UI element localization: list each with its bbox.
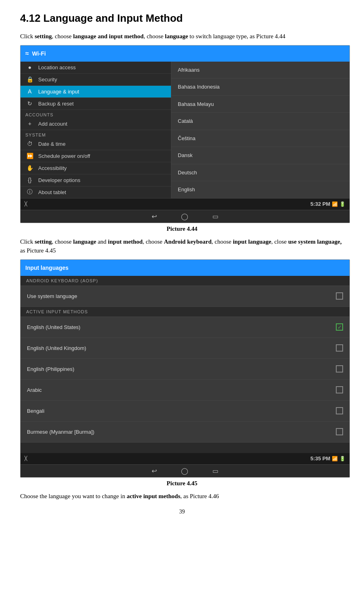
- accounts-section-label: ACCOUNTS: [21, 110, 171, 118]
- lang-dansk[interactable]: Dansk: [171, 147, 350, 164]
- recents-button-45[interactable]: ▭: [212, 467, 218, 475]
- nav-bar-44: ↩ ◯ ▭: [21, 210, 350, 223]
- picture-44-label: Picture 4.44: [20, 226, 344, 232]
- wifi-bar: ≈ Wi-Fi: [21, 46, 350, 62]
- language-list: Afrikaans Bahasa Indonesia Bahasa Melayu…: [171, 62, 350, 199]
- list-item-english-us[interactable]: English (United States) ✓: [21, 317, 350, 338]
- sidebar-item-label-schedule: Schedule power on/off: [38, 153, 90, 159]
- screenshot-45-body: ANDROID KEYBOARD (AOSP) Use system langu…: [21, 276, 350, 453]
- battery-icon: 🔋: [339, 201, 345, 207]
- english-ph-checkbox[interactable]: [336, 365, 343, 373]
- sidebar-item-label-date: Date & time: [38, 141, 66, 147]
- input-lang-header-label: Input languages: [25, 265, 68, 271]
- lang-cestina[interactable]: Čeština: [171, 130, 350, 147]
- burmese-checkbox[interactable]: [336, 428, 343, 435]
- lang-deutsch[interactable]: Deutsch: [171, 164, 350, 182]
- android-keyboard-label: ANDROID KEYBOARD (AOSP): [21, 276, 350, 286]
- english-ph-label: English (Philippines): [27, 366, 74, 372]
- wifi-label: Wi-Fi: [32, 50, 46, 57]
- lang-english[interactable]: English: [171, 181, 350, 199]
- schedule-icon: ⏩: [25, 151, 34, 160]
- backup-icon: ↻: [25, 99, 34, 108]
- system-section-label: SYSTEM: [21, 130, 171, 138]
- list-item-bengali[interactable]: Bengali: [21, 401, 350, 422]
- page-heading: 4.12 Language and Input Method: [20, 12, 344, 25]
- sidebar-item-backup[interactable]: ↻ Backup & reset: [21, 98, 171, 110]
- wifi-icon: ≈: [25, 50, 29, 57]
- burmese-label: Burmese (Myanmar [Burma]): [27, 429, 95, 435]
- sidebar-item-about[interactable]: ⓘ About tablet: [21, 186, 171, 199]
- english-uk-checkbox[interactable]: [336, 344, 343, 352]
- wifi-signal-icon-45: 📶: [332, 456, 338, 462]
- sidebar: ● Location access 🔒 Security A Language …: [21, 62, 171, 199]
- page-number: 39: [20, 509, 344, 515]
- bengali-checkbox[interactable]: [336, 407, 343, 414]
- recents-button-44[interactable]: ▭: [212, 213, 218, 220]
- lang-bahasa-melayu[interactable]: Bahasa Melayu: [171, 96, 350, 113]
- lang-afrikaans[interactable]: Afrikaans: [171, 62, 350, 79]
- sidebar-item-label-security: Security: [38, 77, 57, 83]
- use-system-language-item[interactable]: Use system language: [21, 286, 350, 307]
- screenshot-45: Input languages ANDROID KEYBOARD (AOSP) …: [20, 259, 350, 478]
- battery-icon-45: 🔋: [339, 456, 345, 462]
- english-uk-label: English (United Kingdom): [27, 345, 86, 351]
- english-us-label: English (United States): [27, 324, 80, 330]
- sidebar-item-label-backup: Backup & reset: [38, 101, 74, 107]
- usb-icon-45: ╳: [25, 456, 27, 461]
- input-lang-header: Input languages: [21, 260, 350, 276]
- status-time-45: 5:35 PM: [311, 455, 330, 462]
- sidebar-item-label-language: Language & input: [38, 89, 79, 95]
- accessibility-icon: ✋: [25, 164, 34, 172]
- status-time-44: 5:32 PM: [311, 201, 330, 207]
- use-system-language-checkbox[interactable]: [336, 292, 343, 300]
- sidebar-item-location[interactable]: ● Location access: [21, 62, 171, 74]
- sidebar-item-label-add-account: Add account: [38, 121, 67, 127]
- sidebar-item-label-accessibility: Accessibility: [38, 165, 67, 171]
- sidebar-item-security[interactable]: 🔒 Security: [21, 74, 171, 86]
- sidebar-item-label-location: Location access: [38, 64, 76, 70]
- english-us-checkbox[interactable]: ✓: [336, 323, 343, 331]
- sidebar-item-developer[interactable]: {} Developer options: [21, 174, 171, 186]
- screenshot-44-body: ● Location access 🔒 Security A Language …: [21, 62, 350, 199]
- usb-icon: ╳: [25, 201, 27, 207]
- back-button-44[interactable]: ↩: [152, 213, 157, 220]
- about-icon: ⓘ: [25, 188, 34, 197]
- date-icon: ⏱: [25, 139, 34, 148]
- bengali-label: Bengali: [27, 408, 44, 414]
- sidebar-item-add-account[interactable]: + Add account: [21, 118, 171, 130]
- status-right-45: 5:35 PM 📶 🔋: [311, 455, 345, 462]
- active-input-label: ACTIVE INPUT METHODS: [21, 307, 350, 317]
- nav-bar-45: ↩ ◯ ▭: [21, 464, 350, 477]
- list-item-arabic[interactable]: Arabic: [21, 380, 350, 401]
- wifi-signal-icon: 📶: [332, 201, 338, 207]
- picture-45-label: Picture 4.45: [20, 480, 344, 487]
- lang-catala[interactable]: Català: [171, 113, 350, 130]
- home-button-44[interactable]: ◯: [181, 213, 188, 220]
- list-item-english-ph[interactable]: English (Philippines): [21, 359, 350, 380]
- list-item-english-uk[interactable]: English (United Kingdom): [21, 338, 350, 359]
- sidebar-item-date[interactable]: ⏱ Date & time: [21, 138, 171, 150]
- screenshot-44: ≈ Wi-Fi ● Location access 🔒 Security A L…: [20, 45, 350, 223]
- paragraph-2: Click setting, choose language and input…: [20, 237, 344, 255]
- lang-bahasa-indonesia[interactable]: Bahasa Indonesia: [171, 79, 350, 96]
- sidebar-item-language[interactable]: A Language & input: [21, 86, 171, 98]
- status-left-44: ╳: [25, 201, 27, 207]
- sidebar-item-label-about: About tablet: [38, 189, 66, 195]
- sidebar-item-accessibility[interactable]: ✋ Accessibility: [21, 162, 171, 174]
- status-right-44: 5:32 PM 📶 🔋: [311, 201, 345, 207]
- arabic-label: Arabic: [27, 387, 42, 393]
- developer-icon: {}: [25, 176, 34, 184]
- paragraph-1: Click setting, choose language and input…: [20, 32, 344, 41]
- status-bar-44: ╳ 5:32 PM 📶 🔋: [21, 199, 350, 210]
- list-item-burmese[interactable]: Burmese (Myanmar [Burma]): [21, 422, 350, 443]
- add-account-icon: +: [25, 119, 34, 128]
- location-icon: ●: [25, 63, 34, 72]
- arabic-checkbox[interactable]: [336, 386, 343, 393]
- status-bar-45: ╳ 5:35 PM 📶 🔋: [21, 453, 350, 464]
- back-button-45[interactable]: ↩: [152, 467, 157, 475]
- status-left-45: ╳: [25, 456, 27, 461]
- sidebar-item-schedule[interactable]: ⏩ Schedule power on/off: [21, 150, 171, 162]
- home-button-45[interactable]: ◯: [181, 467, 188, 475]
- language-icon: A: [25, 87, 34, 96]
- paragraph-3: Choose the language you want to change i…: [20, 492, 344, 501]
